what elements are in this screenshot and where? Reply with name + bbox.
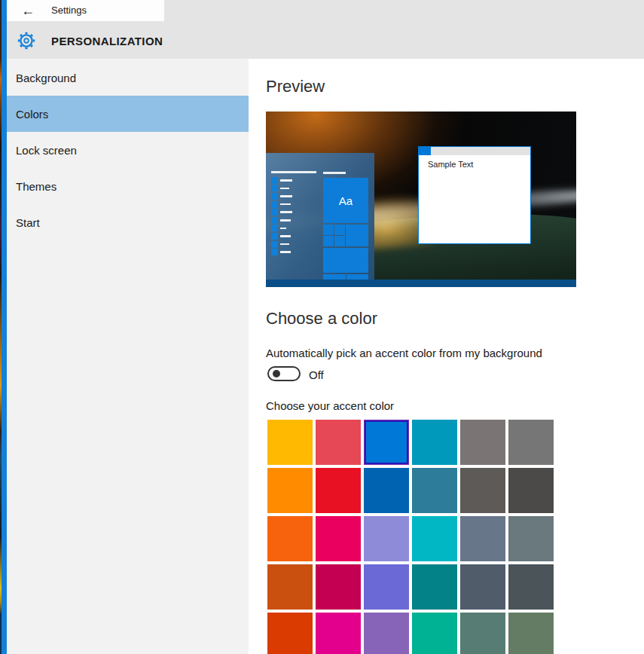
sidebar-item-label: Themes bbox=[16, 180, 56, 193]
accent-swatch[interactable] bbox=[364, 613, 409, 654]
gear-icon bbox=[17, 31, 36, 50]
sidebar-item-label: Lock screen bbox=[16, 144, 77, 157]
start-menu-tiles-header bbox=[323, 172, 346, 174]
sidebar-item-label: Start bbox=[16, 216, 40, 229]
accent-section-label: Choose your accent color bbox=[266, 399, 394, 412]
sidebar-item-colors[interactable]: Colors bbox=[7, 96, 249, 132]
accent-swatch[interactable] bbox=[267, 468, 313, 513]
window-accent-stripe bbox=[2, 0, 7, 654]
start-menu-small-tiles bbox=[323, 225, 345, 246]
start-menu-app-row bbox=[271, 216, 316, 225]
accent-swatch[interactable] bbox=[508, 564, 554, 610]
sample-window-text: Sample Text bbox=[428, 160, 473, 169]
accent-swatch[interactable] bbox=[460, 564, 505, 610]
start-menu-aa-tile: Aa bbox=[323, 178, 368, 223]
start-menu-medium-tile bbox=[346, 225, 368, 246]
accent-swatch[interactable] bbox=[316, 564, 361, 610]
start-menu-wide-tile bbox=[323, 248, 368, 273]
start-menu-app-row bbox=[271, 185, 316, 193]
sidebar-item-themes[interactable]: Themes bbox=[7, 168, 249, 204]
accent-swatch[interactable] bbox=[412, 468, 457, 513]
top-chrome: ← Settings bbox=[7, 0, 644, 59]
accent-swatch[interactable] bbox=[412, 516, 457, 561]
accent-swatch[interactable] bbox=[316, 516, 361, 561]
sidebar-item-label: Background bbox=[16, 72, 76, 84]
main-content: Preview Aa bbox=[249, 59, 644, 654]
start-menu-app-row bbox=[271, 225, 316, 233]
start-menu-mockup: Aa bbox=[266, 153, 374, 280]
theme-preview: Aa Sam bbox=[266, 112, 576, 287]
sample-window-accent-square bbox=[419, 147, 431, 155]
accent-swatch[interactable] bbox=[316, 420, 361, 465]
start-menu-app-row bbox=[271, 232, 316, 240]
sidebar-item-start[interactable]: Start bbox=[7, 204, 249, 240]
accent-swatch[interactable] bbox=[412, 564, 457, 610]
back-arrow-icon: ← bbox=[21, 3, 35, 19]
start-menu-app-row bbox=[271, 200, 316, 209]
toggle-knob bbox=[273, 370, 280, 377]
accent-swatch[interactable] bbox=[460, 468, 505, 513]
accent-swatch[interactable] bbox=[460, 420, 505, 465]
accent-swatch[interactable] bbox=[364, 420, 409, 465]
start-menu-app-row bbox=[271, 240, 316, 249]
start-menu-app-row bbox=[271, 208, 316, 216]
accent-swatch[interactable] bbox=[460, 613, 505, 654]
taskbar-mockup bbox=[266, 280, 576, 287]
auto-accent-toggle[interactable] bbox=[267, 366, 301, 381]
accent-swatch[interactable] bbox=[508, 420, 554, 465]
accent-swatch[interactable] bbox=[267, 420, 313, 465]
accent-swatch[interactable] bbox=[508, 516, 554, 561]
back-button[interactable]: ← bbox=[18, 1, 38, 20]
sidebar: Background Colors Lock screen Themes Sta… bbox=[7, 59, 249, 654]
settings-window: ← Settings bbox=[0, 0, 644, 654]
accent-swatch[interactable] bbox=[508, 468, 554, 513]
start-menu-app-list bbox=[271, 171, 316, 256]
accent-swatch[interactable] bbox=[316, 468, 361, 513]
window-title: Settings bbox=[51, 5, 87, 16]
auto-accent-label: Automatically pick an accent color from … bbox=[266, 347, 542, 359]
preview-heading: Preview bbox=[266, 77, 325, 96]
accent-swatch[interactable] bbox=[267, 564, 313, 610]
accent-swatch[interactable] bbox=[412, 420, 457, 465]
start-menu-app-row bbox=[271, 176, 316, 185]
sample-window-mockup: Sample Text bbox=[418, 146, 531, 244]
start-menu-tile-row bbox=[323, 225, 368, 246]
choose-color-heading: Choose a color bbox=[266, 309, 377, 329]
sidebar-item-label: Colors bbox=[16, 108, 48, 121]
accent-swatch[interactable] bbox=[364, 468, 409, 513]
aa-tile-label: Aa bbox=[339, 194, 353, 207]
accent-swatch[interactable] bbox=[364, 564, 409, 610]
accent-swatch[interactable] bbox=[412, 613, 457, 654]
sample-window-titlebar bbox=[419, 147, 530, 155]
start-menu-app-row bbox=[271, 192, 316, 200]
start-menu-app-row bbox=[271, 248, 316, 256]
accent-swatch[interactable] bbox=[508, 613, 554, 654]
sidebar-item-background[interactable]: Background bbox=[7, 60, 249, 96]
sidebar-item-lock-screen[interactable]: Lock screen bbox=[7, 132, 249, 168]
accent-swatch[interactable] bbox=[267, 613, 313, 654]
accent-swatch[interactable] bbox=[460, 516, 505, 561]
toggle-state-label: Off bbox=[309, 368, 324, 381]
start-menu-tiles: Aa bbox=[323, 172, 368, 282]
accent-swatch[interactable] bbox=[316, 613, 361, 654]
accent-color-grid bbox=[267, 420, 554, 654]
page-title: PERSONALIZATION bbox=[51, 35, 163, 47]
accent-swatch[interactable] bbox=[267, 516, 313, 561]
accent-swatch[interactable] bbox=[364, 516, 409, 561]
start-menu-list-header bbox=[271, 171, 316, 173]
